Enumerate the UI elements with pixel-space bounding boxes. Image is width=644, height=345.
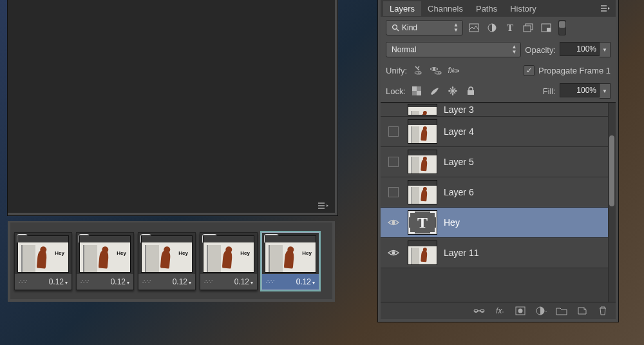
layer-row[interactable]: Layer 4 <box>381 117 608 147</box>
fill-label: Fill: <box>543 86 556 96</box>
search-icon <box>392 24 399 32</box>
layer-row[interactable]: THey <box>381 208 608 238</box>
frame-delay-value[interactable]: 0.12 <box>173 277 191 286</box>
svg-rect-7 <box>547 28 551 32</box>
propagate-label: Propagate Frame 1 <box>538 66 611 75</box>
frame-delay-value[interactable]: 0.12 <box>111 277 129 286</box>
frame-thumbnail-text: Hey <box>178 250 188 256</box>
layer-thumbnail <box>408 150 437 174</box>
unify-row: Unify: fx ✓ Propagate Frame 1 <box>381 61 616 80</box>
layer-bottom-bar: fx▫ ▫ <box>381 302 616 319</box>
link-icon[interactable] <box>473 305 486 317</box>
panel-flyout-icon[interactable] <box>598 3 613 14</box>
tab-history[interactable]: History <box>504 1 542 16</box>
lock-pixels-icon[interactable] <box>428 84 442 97</box>
timeline-frame[interactable]: 10 Hey ∴∵ 0.12 <box>200 232 258 290</box>
frame-delay-value[interactable]: 0.12 <box>234 277 253 286</box>
fill-caret[interactable]: ▼ <box>600 83 611 99</box>
unify-visibility-icon[interactable] <box>429 64 443 77</box>
frame-delay-bar[interactable]: ∴∵ 0.12 <box>200 274 257 290</box>
lock-label: Lock: <box>386 86 406 96</box>
visibility-empty-icon <box>388 157 399 167</box>
layer-name[interactable]: Layer 5 <box>444 157 605 167</box>
svg-rect-16 <box>412 86 417 91</box>
canvas-flyout-icon[interactable] <box>317 201 330 210</box>
scrollbar-handle[interactable] <box>609 135 614 206</box>
layer-row[interactable]: Layer 3 <box>381 103 608 117</box>
lock-position-icon[interactable] <box>446 84 460 97</box>
fx-icon[interactable]: fx▫ <box>493 305 506 317</box>
svg-point-10 <box>433 68 435 70</box>
timeline-frame[interactable]: 7 Hey ∴∵ 0.12 <box>14 232 72 290</box>
filter-kind-dropdown[interactable]: Kind ▲▼ <box>386 20 463 35</box>
frame-thumbnail-text: Hey <box>117 250 126 256</box>
tween-icon: ∴∵ <box>80 278 90 285</box>
filter-toggle-switch[interactable] <box>558 20 566 35</box>
layers-panel: Layers Channels Paths History Kind ▲▼ T … <box>378 0 618 322</box>
opacity-caret[interactable]: ▼ <box>600 42 611 57</box>
timeline-frame[interactable]: 9 Hey ∴∵ 0.12 <box>138 232 196 290</box>
frame-delay-bar[interactable]: ∴∵ 0.12 <box>138 274 195 290</box>
eye-icon <box>388 249 399 257</box>
layer-list: Layer 3Layer 4Layer 5Layer 6THeyLayer 11 <box>381 103 616 302</box>
new-layer-icon[interactable] <box>576 305 589 317</box>
svg-point-24 <box>518 309 523 313</box>
svg-point-14 <box>457 70 459 72</box>
tween-icon: ∴∵ <box>19 278 28 285</box>
layer-row[interactable]: Layer 11 <box>381 238 608 268</box>
frame-delay-value[interactable]: 0.12 <box>49 277 68 286</box>
tween-icon: ∴∵ <box>204 278 213 285</box>
filter-kind-label: Kind <box>402 23 417 32</box>
group-icon[interactable] <box>555 305 568 317</box>
frame-delay-bar[interactable]: ∴∵ 0.12 <box>262 274 319 290</box>
layer-row[interactable]: Layer 5 <box>381 147 608 177</box>
svg-point-20 <box>392 251 395 254</box>
layer-row[interactable]: Layer 6 <box>381 177 608 208</box>
filter-adjustment-icon[interactable] <box>485 21 499 34</box>
propagate-checkbox[interactable]: ✓ <box>524 65 535 76</box>
frame-thumbnail-text: Hey <box>240 250 250 256</box>
visibility-toggle[interactable] <box>386 249 401 257</box>
frame-delay-value[interactable]: 0.12 <box>296 277 315 286</box>
frame-delay-bar[interactable]: ∴∵ 0.12 <box>15 274 71 290</box>
layer-name[interactable]: Layer 3 <box>444 104 605 115</box>
timeline-frame[interactable]: 11 Hey ∴∵ 0.12 <box>261 232 319 290</box>
filter-type-icon[interactable]: T <box>503 21 517 34</box>
blend-mode-dropdown[interactable]: Normal ▲▼ <box>386 42 521 57</box>
frame-delay-bar[interactable]: ∴∵ 0.12 <box>77 274 133 290</box>
frame-thumbnail: Hey <box>17 235 69 273</box>
tab-layers[interactable]: Layers <box>383 1 421 16</box>
lock-all-icon[interactable] <box>464 84 478 97</box>
layer-scrollbar[interactable] <box>608 103 616 302</box>
fill-value[interactable]: 100% <box>560 83 600 97</box>
visibility-toggle[interactable] <box>386 126 401 137</box>
layer-thumbnail <box>408 104 437 115</box>
filter-shape-icon[interactable] <box>521 21 535 34</box>
filter-pixel-icon[interactable] <box>467 21 481 34</box>
tab-channels[interactable]: Channels <box>421 1 469 16</box>
timeline-frame[interactable]: 8 Hey ∴∵ 0.12 <box>76 232 134 290</box>
mask-icon[interactable] <box>514 305 527 317</box>
visibility-toggle[interactable] <box>386 219 401 226</box>
layer-name[interactable]: Layer 6 <box>444 187 605 197</box>
tab-paths[interactable]: Paths <box>469 1 504 16</box>
layer-filter-row: Kind ▲▼ T <box>381 17 616 39</box>
visibility-toggle[interactable] <box>386 157 401 167</box>
layer-name[interactable]: Hey <box>444 217 605 228</box>
opacity-value[interactable]: 100% <box>560 42 600 56</box>
visibility-empty-icon <box>388 126 399 137</box>
unify-position-icon[interactable] <box>411 64 425 77</box>
svg-line-1 <box>397 29 399 31</box>
layer-name[interactable]: Layer 4 <box>444 126 605 137</box>
frame-thumbnail-text: Hey <box>55 250 64 256</box>
panel-tab-bar: Layers Channels Paths History <box>381 0 616 17</box>
visibility-toggle[interactable] <box>386 187 401 197</box>
unify-style-icon[interactable]: fx <box>447 64 461 77</box>
adjustment-icon[interactable]: ▫ <box>535 305 547 317</box>
layer-name[interactable]: Layer 11 <box>444 248 605 258</box>
frame-thumbnail: Hey <box>265 235 316 273</box>
lock-transparency-icon[interactable] <box>410 84 424 97</box>
filter-smart-object-icon[interactable] <box>539 21 553 34</box>
trash-icon[interactable] <box>596 305 609 317</box>
layer-thumbnail <box>408 180 437 204</box>
